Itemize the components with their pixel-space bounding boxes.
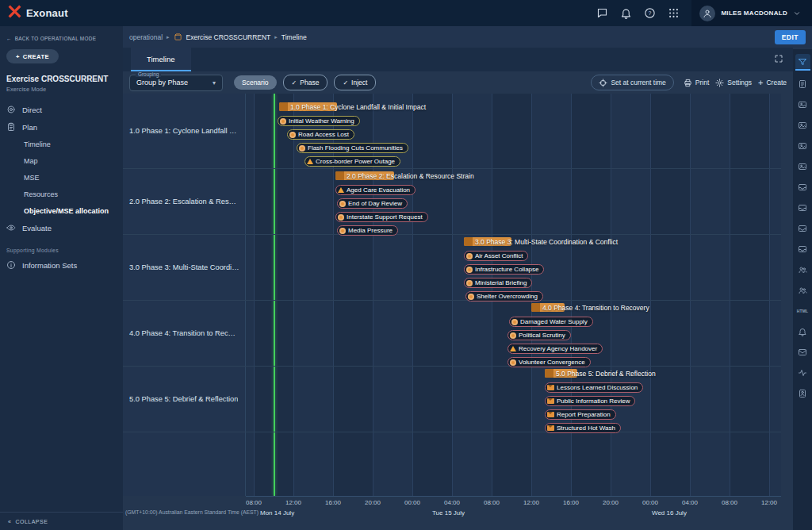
circle-icon: [280, 118, 286, 125]
panel-icon-3[interactable]: [795, 138, 810, 153]
html-icon[interactable]: HTML: [795, 303, 810, 318]
inject-item[interactable]: Road Access Lost: [287, 129, 354, 140]
inject-item[interactable]: Initial Weather Warning: [278, 116, 360, 126]
inject-item[interactable]: Damaged Water Supply: [509, 317, 593, 327]
sidebar-item-resources[interactable]: Resources: [0, 186, 123, 202]
timeline-lane: 2.0 Phase 2: Escalation & Resource Strai…: [246, 169, 781, 235]
users-icon-1[interactable]: [795, 262, 810, 277]
tray-icon-4[interactable]: [795, 241, 810, 256]
back-arrow-icon: ←: [6, 36, 12, 41]
panel-icon-4[interactable]: [795, 159, 810, 174]
sidebar-item-direct[interactable]: Direct: [0, 101, 123, 118]
document-icon[interactable]: [795, 76, 810, 91]
inject-item[interactable]: End of Day Review: [337, 198, 408, 209]
tray-icon-1[interactable]: [795, 179, 810, 194]
sidebar-item-map[interactable]: Map: [0, 152, 123, 169]
axis-time-label: 00:00: [642, 499, 658, 506]
inject-item[interactable]: Political Scrutiny: [508, 330, 571, 340]
axis-time-label: 08:00: [484, 499, 500, 506]
main-content: operational ▸ Exercise CROSSCURRENT ▸ Ti…: [123, 26, 812, 530]
circle-icon: [511, 319, 518, 325]
inject-chip[interactable]: ✓ Inject: [334, 75, 376, 90]
timeline-lane: 3.0 Phase 3: Multi-State Coordination & …: [246, 235, 781, 301]
collapse-icon: «: [8, 519, 11, 524]
axis-time-label: 16:00: [563, 499, 579, 506]
chevron-down-icon: ▾: [213, 79, 216, 86]
chat-icon[interactable]: [590, 0, 614, 26]
panel-icon-1[interactable]: [795, 97, 810, 112]
axis-time-label: 20:00: [365, 499, 381, 506]
inject-item[interactable]: Cross-border Power Outage: [304, 156, 400, 167]
sidebar-item-evaluate[interactable]: Evaluate: [0, 219, 123, 236]
breadcrumb-operational[interactable]: operational: [129, 33, 163, 41]
axis-day-label: Tue 15 July: [432, 509, 465, 517]
edit-button[interactable]: EDIT: [775, 30, 806, 44]
triangle-icon: [307, 159, 313, 164]
notifications-icon[interactable]: [614, 0, 638, 26]
inject-item[interactable]: Ministerial Briefing: [464, 278, 532, 288]
fullscreen-icon[interactable]: [774, 54, 783, 63]
inject-item[interactable]: Recovery Agency Handover: [508, 344, 603, 354]
sidebar-item-objective-mse-allocation[interactable]: Objective/MSE allocation: [0, 202, 123, 219]
axis-time-label: 16:00: [325, 499, 341, 506]
inject-label: Damaged Water Supply: [520, 318, 588, 325]
grouping-select[interactable]: Grouping Group by Phase ▾: [129, 75, 223, 91]
timeline-lane: 5.0 Phase 5: Debrief & ReflectionLessons…: [246, 367, 781, 432]
create-button[interactable]: + Create: [758, 79, 787, 87]
inject-item[interactable]: Lessons Learned Discussion: [545, 382, 643, 393]
user-menu[interactable]: MILES MACDONALD: [691, 0, 812, 26]
filter-icon[interactable]: [795, 54, 810, 71]
timeline-chart[interactable]: 1.0 Phase 1: Cyclone Landfall & Initial …: [246, 94, 781, 496]
back-label: BACK TO OPERATIONAL MODE: [15, 36, 97, 41]
envelope-icon: [547, 398, 554, 404]
sidebar-item-mse[interactable]: MSE: [0, 169, 123, 186]
bell-icon[interactable]: [795, 324, 810, 339]
settings-button[interactable]: Settings: [715, 79, 752, 87]
inject-label: End of Day Review: [348, 200, 402, 207]
time-axis: 08:0012:0016:0020:0000:0004:0008:0012:00…: [246, 496, 781, 528]
scenario-chip[interactable]: Scenario: [234, 75, 277, 90]
sidebar-item-plan[interactable]: Plan: [0, 118, 123, 136]
print-button[interactable]: Print: [684, 79, 709, 87]
phase-bar-label: 5.0 Phase 5: Debrief & Reflection: [556, 370, 656, 378]
inject-label: Initial Weather Warning: [289, 117, 354, 125]
sidebar-item-timeline[interactable]: Timeline: [0, 136, 123, 152]
user-name: MILES MACDONALD: [721, 10, 787, 17]
avatar: [699, 6, 715, 21]
back-to-operational-link[interactable]: ← BACK TO OPERATIONAL MODE: [0, 26, 123, 41]
collapse-sidebar-button[interactable]: « COLLAPSE: [0, 512, 123, 530]
tray-icon-3[interactable]: [795, 221, 810, 236]
inject-item[interactable]: Air Asset Conflict: [464, 251, 528, 261]
timeline-group-label: 2.0 Phase 2: Escalation & Resource S...: [123, 169, 246, 235]
inject-item[interactable]: Aged Care Evacuation: [335, 185, 416, 195]
set-at-current-time-button[interactable]: Set at current time: [591, 75, 673, 90]
activity-icon[interactable]: [795, 365, 810, 380]
inject-label: Political Scrutiny: [519, 332, 565, 339]
tab-timeline[interactable]: Timeline: [131, 48, 191, 71]
inject-label: Air Asset Conflict: [475, 252, 523, 259]
inject-item[interactable]: Flash Flooding Cuts Communities: [297, 143, 408, 153]
inject-item[interactable]: Report Preparation: [545, 409, 616, 420]
inject-item[interactable]: Structured Hot Wash: [545, 423, 621, 433]
sidebar-create-button[interactable]: + CREATE: [6, 49, 59, 63]
check-icon: ✓: [292, 79, 297, 86]
axis-time-label: 08:00: [246, 499, 262, 506]
mail-icon[interactable]: [795, 344, 810, 359]
help-icon[interactable]: ?: [638, 0, 661, 26]
tray-icon-2[interactable]: [795, 200, 810, 215]
timeline-row-labels: 1.0 Phase 1: Cyclone Landfall & Initia..…: [123, 94, 246, 496]
sidebar-nav: Direct Plan TimelineMapMSEResourcesObjec…: [0, 101, 123, 274]
inject-item[interactable]: Infrastructure Collapse: [464, 264, 544, 275]
users-icon-2[interactable]: [795, 282, 810, 298]
brand: Exonaut: [8, 5, 68, 21]
breadcrumb-timeline[interactable]: Timeline: [282, 33, 307, 41]
breadcrumb-exercise[interactable]: Exercise CROSSCURRENT: [186, 33, 271, 41]
phase-chip[interactable]: ✓ Phase: [283, 75, 328, 90]
sidebar-item-information-sets[interactable]: Information Sets: [0, 256, 123, 274]
id-badge-icon[interactable]: [795, 386, 810, 401]
panel-icon-2[interactable]: [795, 117, 810, 132]
grouping-label: Grouping: [136, 71, 161, 77]
inject-item[interactable]: Public Information Review: [545, 396, 635, 406]
apps-grid-icon[interactable]: [661, 0, 685, 26]
inject-item[interactable]: Interstate Support Request: [335, 212, 428, 222]
